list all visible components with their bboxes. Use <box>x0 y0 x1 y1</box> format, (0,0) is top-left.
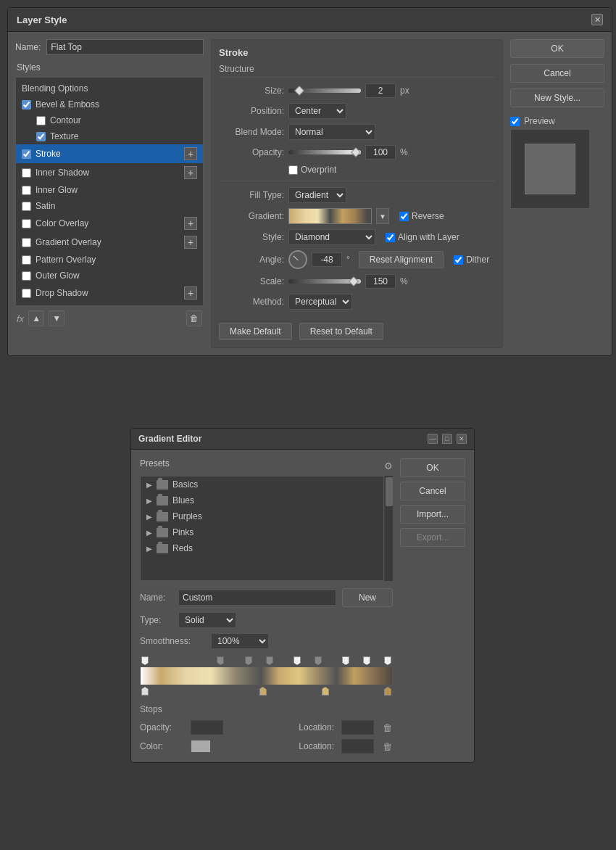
opacity-slider[interactable] <box>288 150 361 154</box>
color-stop-delete-button[interactable]: 🗑 <box>381 740 393 752</box>
sidebar-item-stroke[interactable]: Stroke + <box>16 144 203 163</box>
overprint-label[interactable]: Overprint <box>288 165 336 175</box>
reset-alignment-button[interactable]: Reset Alignment <box>359 251 444 268</box>
opacity-stop-5[interactable] <box>294 656 301 665</box>
color-loc-input[interactable] <box>341 739 374 754</box>
outer-glow-checkbox[interactable] <box>22 271 31 281</box>
ge-export-button[interactable]: Export... <box>400 528 465 547</box>
opacity-stops-input[interactable] <box>191 720 223 735</box>
opacity-stop-6[interactable] <box>315 656 322 665</box>
preset-item-reds[interactable]: ▶ Reds <box>141 540 383 556</box>
color-overlay-add-button[interactable]: + <box>184 217 197 230</box>
color-stop-3[interactable] <box>322 687 329 696</box>
fill-type-select[interactable]: Gradient Color Pattern <box>288 187 346 203</box>
scale-input[interactable] <box>365 274 396 289</box>
opacity-stop-7[interactable] <box>342 656 349 665</box>
ok-button[interactable]: OK <box>510 39 604 58</box>
sidebar-item-drop-shadow[interactable]: Drop Shadow + <box>16 284 203 302</box>
sidebar-item-color-overlay[interactable]: Color Overlay + <box>16 214 203 233</box>
sidebar-item-blending-options[interactable]: Blending Options <box>16 81 203 96</box>
opacity-stop-9[interactable] <box>384 656 391 665</box>
new-gradient-button[interactable]: New <box>342 588 393 607</box>
ge-smoothness-select[interactable]: 100% 75% 50% <box>211 633 269 649</box>
sidebar-item-bevel-emboss[interactable]: Bevel & Emboss <box>16 96 203 112</box>
size-slider[interactable] <box>288 88 361 93</box>
gradient-preview[interactable] <box>288 208 372 224</box>
color-stop-1[interactable] <box>141 687 149 696</box>
reset-to-default-button[interactable]: Reset to Default <box>299 323 383 340</box>
color-stop-4[interactable] <box>384 687 391 696</box>
pattern-overlay-checkbox[interactable] <box>22 255 31 265</box>
sidebar-item-outer-glow[interactable]: Outer Glow <box>16 268 203 284</box>
reverse-label[interactable]: Reverse <box>399 211 444 221</box>
minimize-button[interactable]: — <box>428 434 438 444</box>
preset-item-basics[interactable]: ▶ Basics <box>141 476 383 492</box>
opacity-stop-2[interactable] <box>217 656 224 665</box>
drop-shadow-add-button[interactable]: + <box>184 286 197 300</box>
move-down-button[interactable]: ▼ <box>49 310 64 326</box>
new-style-button[interactable]: New Style... <box>510 88 604 107</box>
gradient-editor-close-button[interactable]: ✕ <box>457 434 467 444</box>
stroke-add-button[interactable]: + <box>184 147 197 160</box>
gradient-dropdown-button[interactable]: ▼ <box>376 208 389 224</box>
preset-item-blues[interactable]: ▶ Blues <box>141 492 383 508</box>
sidebar-item-contour[interactable]: Contour <box>16 112 203 128</box>
move-up-button[interactable]: ▲ <box>28 310 44 326</box>
opacity-stop-delete-button[interactable]: 🗑 <box>381 722 393 733</box>
preset-item-purples[interactable]: ▶ Purples <box>141 508 383 524</box>
stroke-checkbox[interactable] <box>22 149 31 159</box>
preview-checkbox[interactable] <box>510 117 520 126</box>
presets-gear-icon[interactable]: ⚙ <box>384 461 393 471</box>
ge-type-select[interactable]: Solid Noise <box>178 612 236 628</box>
overprint-checkbox[interactable] <box>288 165 298 175</box>
sidebar-item-texture[interactable]: Texture <box>16 128 203 144</box>
inner-shadow-checkbox[interactable] <box>22 168 31 178</box>
make-default-button[interactable]: Make Default <box>219 323 292 340</box>
ge-cancel-button[interactable]: Cancel <box>400 482 465 500</box>
inner-shadow-add-button[interactable]: + <box>184 166 197 179</box>
presets-scrollbar-thumb[interactable] <box>386 477 393 506</box>
sidebar-item-inner-shadow[interactable]: Inner Shadow + <box>16 163 203 182</box>
size-input[interactable] <box>365 83 396 98</box>
opacity-stop-1[interactable] <box>141 656 149 665</box>
angle-input[interactable] <box>312 252 342 267</box>
method-select[interactable]: Perceptual Linear Classic <box>288 294 352 310</box>
ge-ok-button[interactable]: OK <box>400 458 465 477</box>
align-layer-checkbox[interactable] <box>386 233 395 242</box>
sidebar-item-gradient-overlay[interactable]: Gradient Overlay + <box>16 233 203 252</box>
opacity-stop-3[interactable] <box>245 656 252 665</box>
bevel-emboss-checkbox[interactable] <box>22 100 31 110</box>
cancel-button[interactable]: Cancel <box>510 64 604 83</box>
angle-dial[interactable] <box>288 250 307 269</box>
opacity-loc-input[interactable] <box>341 720 374 735</box>
contour-checkbox[interactable] <box>36 116 46 125</box>
dither-label[interactable]: Dither <box>454 255 489 265</box>
maximize-button[interactable]: □ <box>442 434 452 444</box>
delete-style-button[interactable]: 🗑 <box>186 310 202 326</box>
inner-glow-checkbox[interactable] <box>22 186 31 195</box>
style-select[interactable]: Diamond Linear Radial Angle Reflected <box>288 229 375 245</box>
ge-import-button[interactable]: Import... <box>400 505 465 524</box>
dither-checkbox[interactable] <box>454 255 463 265</box>
opacity-stop-4[interactable] <box>266 656 273 665</box>
presets-scrollbar[interactable] <box>384 476 393 581</box>
color-stop-2[interactable] <box>259 687 267 696</box>
sidebar-item-satin[interactable]: Satin <box>16 198 203 214</box>
drop-shadow-checkbox[interactable] <box>22 289 31 298</box>
opacity-stop-8[interactable] <box>363 656 370 665</box>
align-layer-label[interactable]: Align with Layer <box>386 232 459 242</box>
preset-item-pinks[interactable]: ▶ Pinks <box>141 524 383 540</box>
position-select[interactable]: Center Inside Outside <box>288 103 346 119</box>
name-input[interactable] <box>46 39 204 55</box>
scale-slider[interactable] <box>288 279 361 284</box>
preview-label[interactable]: Preview <box>510 116 604 126</box>
color-overlay-checkbox[interactable] <box>22 219 31 228</box>
gradient-overlay-add-button[interactable]: + <box>184 236 197 249</box>
gradient-bar[interactable] <box>140 667 393 685</box>
layer-style-close-button[interactable]: ✕ <box>591 14 603 25</box>
blend-mode-select[interactable]: Normal Multiply Screen <box>288 124 375 140</box>
ge-name-input[interactable] <box>178 590 336 606</box>
color-swatch[interactable] <box>191 740 211 753</box>
texture-checkbox[interactable] <box>36 132 46 141</box>
reverse-checkbox[interactable] <box>399 212 409 221</box>
